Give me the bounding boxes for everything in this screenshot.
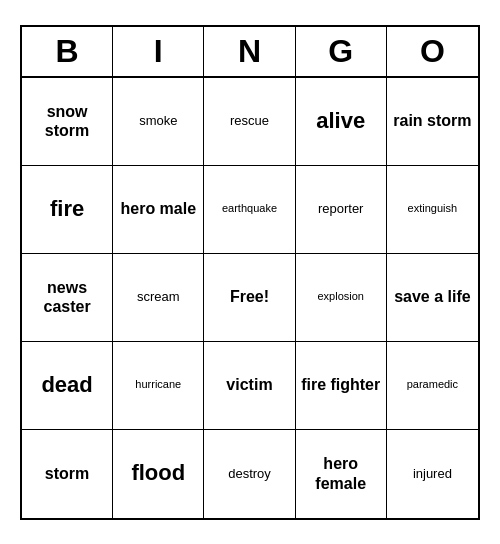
bingo-cell-22[interactable]: destroy [204,430,295,518]
bingo-cell-13[interactable]: explosion [296,254,387,342]
bingo-cell-21[interactable]: flood [113,430,204,518]
bingo-cell-16[interactable]: hurricane [113,342,204,430]
header-letter-I: I [113,27,204,76]
header-letter-O: O [387,27,478,76]
bingo-cell-14[interactable]: save a life [387,254,478,342]
bingo-header: BINGO [22,27,478,78]
bingo-cell-12[interactable]: Free! [204,254,295,342]
bingo-cell-3[interactable]: alive [296,78,387,166]
bingo-cell-8[interactable]: reporter [296,166,387,254]
bingo-cell-1[interactable]: smoke [113,78,204,166]
bingo-cell-20[interactable]: storm [22,430,113,518]
bingo-cell-5[interactable]: fire [22,166,113,254]
bingo-cell-4[interactable]: rain storm [387,78,478,166]
bingo-grid: snow stormsmokerescuealiverain stormfire… [22,78,478,518]
bingo-cell-6[interactable]: hero male [113,166,204,254]
bingo-cell-10[interactable]: news caster [22,254,113,342]
header-letter-B: B [22,27,113,76]
bingo-cell-11[interactable]: scream [113,254,204,342]
bingo-cell-17[interactable]: victim [204,342,295,430]
bingo-card: BINGO snow stormsmokerescuealiverain sto… [20,25,480,520]
bingo-cell-24[interactable]: injured [387,430,478,518]
bingo-cell-2[interactable]: rescue [204,78,295,166]
bingo-cell-7[interactable]: earthquake [204,166,295,254]
bingo-cell-15[interactable]: dead [22,342,113,430]
bingo-cell-23[interactable]: hero female [296,430,387,518]
bingo-cell-18[interactable]: fire fighter [296,342,387,430]
header-letter-N: N [204,27,295,76]
bingo-cell-19[interactable]: paramedic [387,342,478,430]
bingo-cell-9[interactable]: extinguish [387,166,478,254]
header-letter-G: G [296,27,387,76]
bingo-cell-0[interactable]: snow storm [22,78,113,166]
